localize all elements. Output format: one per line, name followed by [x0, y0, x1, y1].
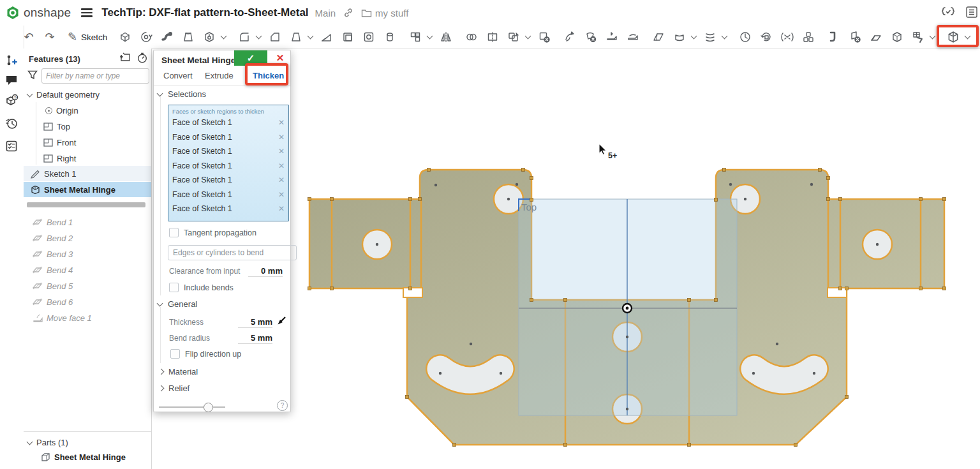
tree-item-default-geometry[interactable]: Default geometry: [24, 87, 151, 102]
surface-dropdown-icon[interactable]: [691, 33, 697, 40]
tree-item-bend-3[interactable]: Bend 3: [24, 246, 151, 262]
loft-icon[interactable]: [181, 29, 196, 45]
sheet-metal-table-icon[interactable]: [910, 29, 926, 45]
chevron-down-icon[interactable]: [27, 438, 33, 445]
boss-extrude-icon[interactable]: [382, 29, 397, 45]
hole-icon[interactable]: [361, 29, 376, 45]
general-section-header[interactable]: General: [159, 299, 197, 309]
selection-item[interactable]: Face of Sketch 1✕: [168, 173, 288, 188]
sheet-metal-bend-icon[interactable]: [868, 29, 884, 45]
tangent-propagation-checkbox[interactable]: [169, 228, 179, 237]
revolve-icon[interactable]: [138, 29, 154, 45]
parts-section-header[interactable]: Parts (1): [24, 435, 151, 450]
remove-selection-icon[interactable]: ✕: [278, 204, 285, 213]
include-bends-checkbox[interactable]: [169, 283, 179, 292]
replace-face-icon[interactable]: [625, 29, 641, 45]
surface-icon[interactable]: [651, 29, 666, 45]
tree-item-bend-5[interactable]: Bend 5: [24, 278, 151, 294]
selection-item[interactable]: Face of Sketch 1✕: [168, 115, 288, 130]
split-icon[interactable]: [485, 29, 500, 45]
remove-selection-icon[interactable]: ✕: [278, 133, 285, 142]
chamfer-icon[interactable]: [267, 29, 283, 45]
part-item-sheet-metal-hinge[interactable]: Sheet Metal Hinge: [24, 449, 151, 465]
boss-dropdown-icon[interactable]: [221, 33, 227, 40]
pattern-dropdown-icon[interactable]: [427, 33, 433, 40]
selections-section-header[interactable]: Selections: [159, 89, 206, 99]
selection-item[interactable]: Face of Sketch 1✕: [168, 144, 288, 159]
delete-face-icon[interactable]: [583, 29, 598, 45]
remove-selection-icon[interactable]: ✕: [278, 118, 285, 127]
thickness-value-field[interactable]: 5 mm: [238, 317, 272, 328]
move-face-icon[interactable]: [562, 29, 577, 45]
tab-thicken[interactable]: Thicken: [253, 71, 284, 80]
thicken-surface-icon[interactable]: [672, 29, 687, 45]
tree-item-bend-4[interactable]: Bend 4: [24, 262, 151, 278]
chevron-down-icon[interactable]: [27, 91, 33, 97]
selection-item[interactable]: Face of Sketch 1✕: [168, 130, 288, 145]
offset-surface-icon[interactable]: [604, 29, 620, 45]
history-icon[interactable]: [3, 115, 20, 131]
insert-new-icon[interactable]: [3, 52, 20, 69]
variable-icon[interactable]: [780, 29, 795, 45]
clearance-value-field[interactable]: 0 mm: [248, 266, 283, 277]
draft-icon[interactable]: [288, 29, 304, 45]
material-section-header[interactable]: Material: [159, 367, 198, 376]
flip-direction-checkbox[interactable]: [170, 349, 180, 359]
linear-pattern-icon[interactable]: [408, 29, 423, 45]
sheet-metal-flat-pattern[interactable]: [309, 170, 944, 445]
feature-studio-icon[interactable]: [942, 6, 954, 20]
filter-input[interactable]: [41, 68, 149, 84]
selection-item[interactable]: Face of Sketch 1✕: [168, 188, 288, 202]
rollback-bar[interactable]: [27, 202, 145, 207]
mirror-icon[interactable]: [438, 29, 454, 45]
draft-dropdown-icon[interactable]: [308, 33, 314, 40]
fillet-dropdown-icon[interactable]: [256, 33, 262, 40]
delete-part-icon[interactable]: [537, 29, 552, 45]
boolean-icon[interactable]: [464, 29, 479, 45]
onshape-logo-icon[interactable]: [5, 5, 20, 20]
help-icon[interactable]: ?: [277, 400, 288, 411]
selection-item[interactable]: Face of Sketch 1✕: [168, 202, 288, 216]
selection-item[interactable]: Face of Sketch 1✕: [168, 159, 288, 174]
cancel-button[interactable]: ✕: [274, 52, 286, 64]
loft-surface-icon[interactable]: [702, 29, 718, 45]
checklist-icon[interactable]: [3, 138, 20, 154]
sheet-metal-dropdown-icon[interactable]: [930, 33, 936, 40]
loft-surface-dropdown-icon[interactable]: [722, 33, 728, 40]
workspace-label[interactable]: Main: [315, 8, 336, 19]
sheet-metal-corner-icon[interactable]: [847, 29, 863, 45]
sheet-metal-model-icon[interactable]: [889, 29, 905, 45]
slider-track[interactable]: [159, 406, 225, 408]
sketch-button[interactable]: ✎ Sketch: [68, 31, 107, 43]
flip-direction-icon[interactable]: [276, 315, 287, 328]
combine-icon[interactable]: [506, 29, 521, 45]
insert-folder-icon[interactable]: [119, 52, 131, 65]
tree-item-front-plane[interactable]: Front: [24, 135, 151, 150]
learning-center-icon[interactable]: ?: [3, 93, 20, 109]
notification-list-icon[interactable]: [966, 6, 977, 20]
remove-selection-icon[interactable]: ✕: [278, 161, 285, 170]
regenerate-timer-icon[interactable]: [137, 52, 147, 65]
origin-marker[interactable]: [623, 304, 632, 313]
tab-extrude[interactable]: Extrude: [205, 71, 234, 80]
tree-item-bend-6[interactable]: Bend 6: [24, 294, 151, 309]
folder-icon[interactable]: [361, 8, 372, 18]
remove-selection-icon[interactable]: ✕: [278, 175, 285, 184]
dialog-opacity-slider[interactable]: [159, 403, 225, 412]
plane-corner-handle[interactable]: [519, 199, 531, 211]
filter-funnel-icon[interactable]: [27, 70, 38, 82]
tree-item-right-plane[interactable]: Right: [24, 151, 151, 166]
remove-selection-icon[interactable]: ✕: [278, 190, 285, 199]
rib-icon[interactable]: [319, 29, 334, 45]
confirm-button[interactable]: ✓: [234, 50, 267, 66]
tree-item-origin[interactable]: Origin: [24, 103, 151, 118]
sheet-metal-flat-view-icon[interactable]: [946, 29, 961, 45]
fillet-icon[interactable]: [237, 29, 252, 45]
thicken-icon[interactable]: [202, 29, 217, 45]
flat-view-dropdown-icon[interactable]: [965, 33, 971, 40]
tree-item-bend-1[interactable]: Bend 1: [24, 214, 151, 230]
comment-icon[interactable]: [3, 71, 20, 88]
sweep-icon[interactable]: [160, 29, 175, 45]
combine-dropdown-icon[interactable]: [525, 33, 531, 40]
tree-item-sketch-1[interactable]: Sketch 1: [24, 166, 151, 181]
